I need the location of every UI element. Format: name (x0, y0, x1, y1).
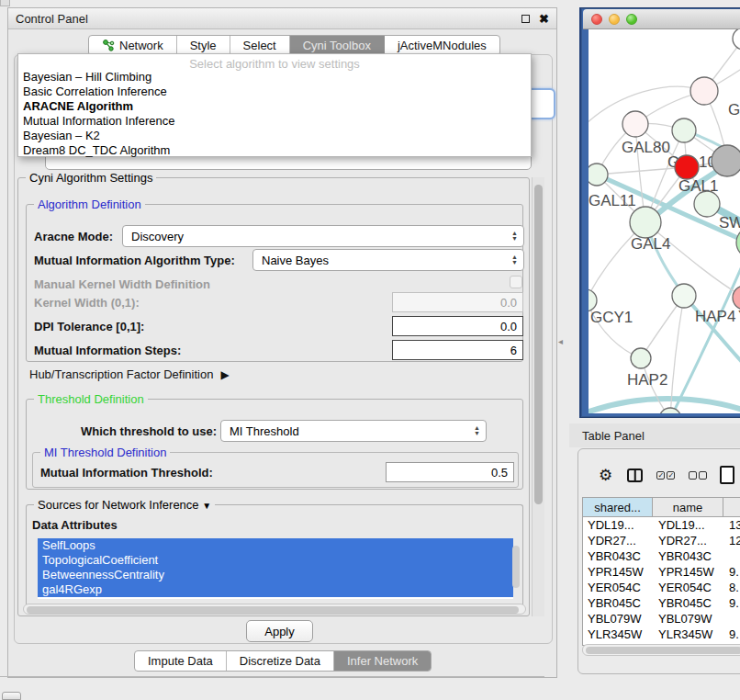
network-node[interactable] (631, 348, 651, 368)
table-cell: 12 (724, 533, 740, 548)
table-row[interactable]: YLR345WYLR345W9. (583, 627, 740, 642)
aracne-mode-select[interactable]: Discovery ▲▼ (122, 225, 524, 247)
minimize-traffic-icon[interactable] (609, 14, 620, 25)
sources-group-title[interactable]: Sources for Network Inference ▼ (34, 498, 215, 512)
table-row[interactable]: YBR043CYBR043C (583, 548, 740, 564)
table-cell: YER054C (654, 580, 724, 595)
node-label: GAL11 (589, 192, 636, 209)
network-node[interactable] (712, 145, 740, 176)
window-title: Control Panel (16, 12, 88, 26)
settings-vertical-scrollbar[interactable] (532, 177, 544, 616)
document-icon[interactable] (720, 466, 734, 484)
network-node[interactable] (589, 164, 608, 186)
column-header[interactable]: name (653, 497, 723, 517)
table-cell: YPR145W (583, 564, 654, 580)
network-node[interactable] (690, 77, 718, 105)
table-cell: YBL079W (583, 611, 654, 627)
data-attribute-item[interactable]: TopologicalCoefficient (38, 553, 513, 568)
algorithm-definition-title: Algorithm Definition (34, 198, 145, 211)
algorithm-option[interactable]: ARACNE Algorithm (18, 99, 531, 114)
columns-icon[interactable] (627, 469, 643, 482)
tab-discretize-data[interactable]: Discretize Data (227, 651, 334, 671)
column-header[interactable]: shared... (582, 497, 653, 517)
threshold-definition-title: Threshold Definition (34, 392, 148, 406)
mi-threshold-input[interactable]: 0.5 (386, 462, 514, 482)
network-node[interactable] (733, 29, 740, 50)
network-node[interactable] (694, 191, 720, 217)
which-threshold-label: Which threshold to use: (81, 424, 217, 438)
table-toolbar: ⚙ ✓✓ (578, 457, 740, 493)
mi-threshold-definition-group: MI Threshold Definition Mutual Informati… (32, 452, 519, 488)
network-canvas[interactable]: GALGAL80GAL10GAL1GAL11SWI4GAL4GCY1HAP4YH… (589, 29, 740, 413)
threshold-definition-group: Threshold Definition Which threshold to … (26, 399, 523, 490)
network-node[interactable] (672, 119, 696, 142)
collapsed-mini-tab[interactable] (0, 0, 10, 6)
data-attribute-item[interactable]: gal4RGexp (38, 582, 513, 597)
tab-network[interactable]: Network (89, 36, 177, 55)
mi-steps-input[interactable]: 6 (392, 340, 523, 360)
table-cell: YDL19... (654, 517, 724, 533)
settings-horizontal-scrollbar[interactable] (23, 604, 526, 615)
network-node[interactable] (736, 227, 740, 258)
attribute-list-scrollbar[interactable] (512, 546, 520, 588)
network-node[interactable] (672, 284, 696, 308)
table-row[interactable]: YER054CYER054C8. (583, 580, 740, 595)
table-panel: ⚙ ✓✓ shared...name YDL19...YDL19...13YDR… (577, 448, 740, 674)
table-row[interactable]: YBR045CYBR045C9. (583, 595, 740, 611)
corner-mini-button[interactable] (2, 692, 21, 700)
mi-type-value: Naive Bayes (262, 254, 329, 267)
which-threshold-select[interactable]: MI Threshold ▲▼ (220, 420, 487, 442)
tab-infer-network[interactable]: Infer Network (334, 651, 431, 671)
table-panel-titlebar[interactable]: Table Panel (569, 423, 740, 447)
hub-tf-definition-toggle[interactable]: Hub/Transcription Factor Definition▶ (29, 367, 230, 381)
table-row[interactable]: YPR145WYPR145W9. (583, 564, 740, 580)
apply-button[interactable]: Apply (246, 620, 313, 642)
network-node[interactable] (630, 207, 661, 238)
table-cell: YDR27... (583, 533, 654, 548)
algorithm-option[interactable]: Mutual Information Inference (18, 114, 531, 129)
tab-style[interactable]: Style (177, 36, 230, 55)
data-attribute-item[interactable]: BetweennessCentrality (38, 568, 513, 582)
table-row[interactable]: YDR27...YDR27...12 (583, 533, 740, 548)
algorithm-option[interactable]: Bayesian – Hill Climbing (18, 70, 531, 85)
network-node[interactable] (675, 155, 699, 179)
table-row[interactable]: YDL19...YDL19...13 (583, 517, 740, 533)
mi-type-select[interactable]: Naive Bayes ▲▼ (252, 249, 524, 271)
kernel-width-input[interactable]: 0.0 (392, 292, 523, 312)
node-label: HAP2 (627, 371, 667, 389)
gear-icon[interactable]: ⚙ (599, 466, 612, 485)
column-header[interactable] (723, 497, 740, 517)
kernel-width-label: Kernel Width (0,1): (34, 296, 140, 310)
table-cell: YBR043C (654, 548, 724, 564)
manual-kernel-label: Manual Kernel Width Definition (34, 277, 210, 291)
close-traffic-icon[interactable] (591, 14, 602, 25)
tab-network-label: Network (119, 39, 163, 52)
tab-impute-data[interactable]: Impute Data (135, 651, 227, 671)
deselect-all-checkboxes-icon[interactable] (689, 471, 707, 480)
settings-group-title: Cyni Algorithm Settings (26, 171, 156, 185)
tab-cyni-toolbox[interactable]: Cyni Toolbox (290, 36, 385, 55)
close-icon[interactable]: ✖ (539, 13, 549, 25)
table-cell: 9. (724, 627, 740, 642)
pane-splitter-handle[interactable]: ◂ (558, 336, 563, 346)
data-attribute-item[interactable]: SelfLoops (38, 538, 513, 553)
network-node[interactable] (733, 286, 740, 310)
manual-kernel-checkbox[interactable] (510, 276, 522, 288)
aracne-mode-value: Discovery (131, 230, 184, 243)
zoom-traffic-icon[interactable] (626, 14, 637, 25)
network-window-titlebar[interactable] (583, 9, 740, 29)
table-horizontal-scrollbar[interactable] (582, 644, 740, 656)
select-all-checkboxes-icon[interactable]: ✓✓ (656, 471, 675, 480)
tab-select[interactable]: Select (230, 36, 290, 55)
algorithm-option[interactable]: Basic Correlation Inference (18, 85, 531, 99)
float-window-icon[interactable] (521, 15, 530, 23)
network-node[interactable] (659, 408, 681, 413)
table-row[interactable]: YBL079WYBL079W (583, 611, 740, 627)
algorithm-option[interactable]: Bayesian – K2 (18, 129, 531, 143)
tab-jactivemnodules[interactable]: jActiveMNodules (385, 36, 499, 55)
expanded-arrow-icon: ▼ (202, 501, 211, 511)
network-node[interactable] (622, 111, 648, 137)
algorithm-option[interactable]: Dream8 DC_TDC Algorithm (18, 143, 531, 158)
control-panel-titlebar[interactable]: Control Panel ✖ (8, 8, 556, 29)
dpi-tolerance-input[interactable]: 0.0 (392, 316, 523, 336)
